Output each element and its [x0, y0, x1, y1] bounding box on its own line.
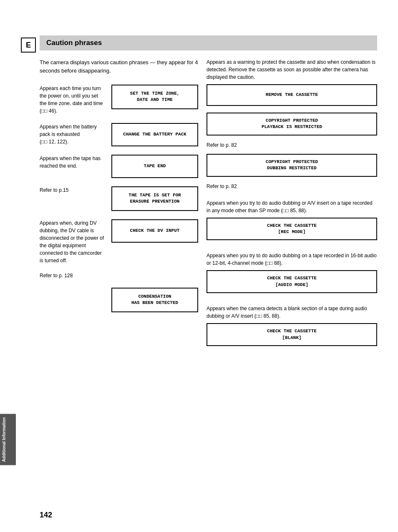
right-group-3: Appears when you try to do audio dubbing… [207, 199, 377, 241]
display-box-4: CHECK THE DV INPUT [111, 219, 198, 243]
entry-text-4: Appears when, during DV dubbing, the DV … [40, 219, 106, 279]
entry-row-4: Appears when, during DV dubbing, the DV … [40, 219, 198, 279]
right-text-0: Appears as a warning to protect the cass… [207, 58, 377, 81]
right-box-blank: CHECK THE CASSETTE[BLANK] [207, 323, 377, 346]
display-box-3: THE TAPE IS SET FORERASURE PREVENTION [111, 186, 198, 211]
right-text-4: Appears when you try to do audio dubbing… [207, 252, 377, 267]
page-number: 142 [40, 511, 52, 519]
section-header: Caution phrases [40, 35, 377, 50]
right-group-1: COPYRIGHT PROTECTEDPLAYBACK IS RESTRICTE… [207, 113, 377, 136]
sidebar-label: Additional Information [0, 414, 16, 465]
display-box-0: SET THE TIME ZONE,DATE AND TIME [111, 85, 198, 109]
refer-text-1: Refer to p. 82 [207, 183, 377, 189]
left-column: The camera displays various caution phra… [40, 58, 198, 353]
display-box-5: CONDENSATIONHAS BEEN DETECTED [111, 288, 198, 312]
entry-text-0: Appears each time you turn the power on,… [40, 85, 106, 115]
entry-row-1: Appears when the battery pack is exhaust… [40, 123, 198, 146]
right-group-0: Appears as a warning to protect the cass… [207, 58, 377, 106]
right-group-4: Appears when you try to do audio dubbing… [207, 252, 377, 293]
intro-text: The camera displays various caution phra… [40, 58, 198, 75]
entry-text-3: Refer to p.15 [40, 186, 106, 194]
right-group-2: COPYRIGHT PROTECTEDDUBBING RESTRICTED [207, 154, 377, 177]
right-box-copyright-playback: COPYRIGHT PROTECTEDPLAYBACK IS RESTRICTE… [207, 113, 377, 136]
display-box-2: TAPE END [111, 155, 198, 178]
entry-row-2: Appears when the tape has reached the en… [40, 155, 198, 178]
right-column: Appears as a warning to protect the cass… [207, 58, 377, 353]
refer-text-0: Refer to p. 82 [207, 142, 377, 148]
entry-row-0: Appears each time you turn the power on,… [40, 85, 198, 115]
right-text-3: Appears when you try to do audio dubbing… [207, 199, 377, 214]
entry-text-2: Appears when the tape has reached the en… [40, 155, 106, 170]
right-box-audio-mode: CHECK THE CASSETTE[AUDIO MODE] [207, 270, 377, 293]
page-container: Additional Information E Caution phrases… [0, 0, 398, 532]
right-box-rec-mode: CHECK THE CASSETTE[REC MODE] [207, 218, 377, 241]
entry-row-3: Refer to p.15 THE TAPE IS SET FORERASURE… [40, 186, 198, 211]
content-area: The camera displays various caution phra… [40, 58, 377, 503]
e-badge: E [21, 38, 36, 53]
entry-text-1: Appears when the battery pack is exhaust… [40, 123, 106, 146]
columns: The camera displays various caution phra… [40, 58, 377, 353]
right-text-5: Appears when the camera detects a blank … [207, 305, 377, 320]
entry-row-5: CONDENSATIONHAS BEEN DETECTED [40, 288, 198, 312]
right-box-copyright-dubbing: COPYRIGHT PROTECTEDDUBBING RESTRICTED [207, 154, 377, 177]
display-box-1: CHANGE THE BATTERY PACK [111, 123, 198, 146]
right-box-remove-cassette: REMOVE THE CASSETTE [207, 84, 377, 106]
right-group-5: Appears when the camera detects a blank … [207, 305, 377, 346]
